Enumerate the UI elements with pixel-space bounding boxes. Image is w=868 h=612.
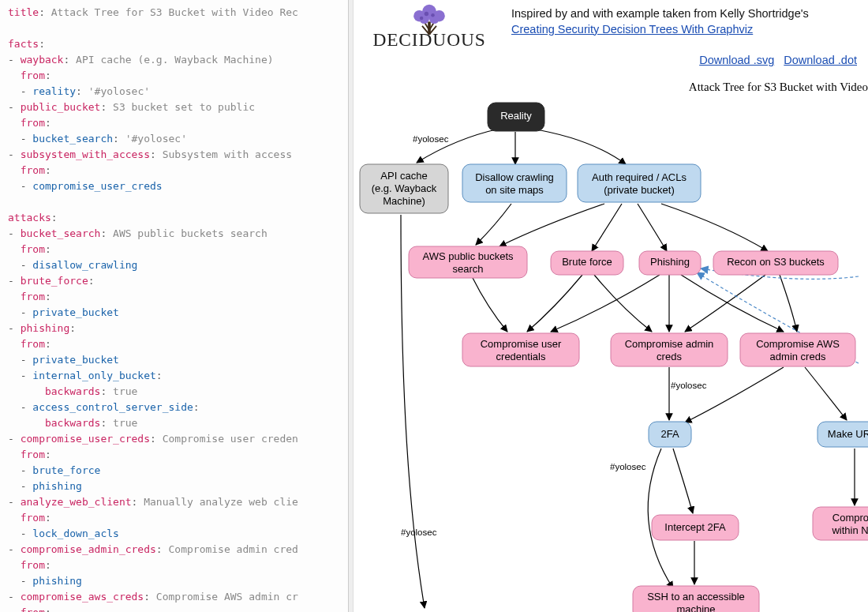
svg-text:search: search: [452, 263, 483, 275]
svg-text:API cache: API cache: [380, 170, 427, 182]
svg-text:Phishing: Phishing: [650, 256, 690, 268]
node-recon[interactable]: Recon on S3 buckets: [713, 251, 838, 275]
svg-text:Auth required / ACLs: Auth required / ACLs: [592, 171, 687, 183]
node-two-fa[interactable]: 2FA: [649, 422, 691, 447]
svg-text:Compromis: Compromis: [832, 512, 868, 524]
svg-text:within N tim: within N tim: [831, 524, 868, 536]
svg-text:Reality: Reality: [500, 110, 532, 122]
node-disallow-crawling[interactable]: Disallow crawling on site maps: [462, 164, 567, 202]
svg-text:#yolosec: #yolosec: [610, 462, 646, 471]
svg-text:#yolosec: #yolosec: [401, 528, 437, 537]
node-reality[interactable]: Reality: [488, 103, 544, 131]
node-intercept-2fa[interactable]: Intercept 2FA: [652, 515, 739, 540]
download-svg-link[interactable]: Download .svg: [699, 54, 774, 66]
node-api-cache[interactable]: API cache (e.g. Wayback Machine): [360, 164, 448, 213]
svg-text:#yolosec: #yolosec: [413, 134, 449, 144]
header: DECIDUOUS Inspired by and with example t…: [354, 0, 868, 58]
node-brute-force[interactable]: Brute force: [551, 251, 623, 275]
svg-text:creds: creds: [657, 351, 682, 362]
node-phishing[interactable]: Phishing: [639, 251, 701, 275]
svg-text:admin creds: admin creds: [770, 351, 826, 362]
download-dot-link[interactable]: Download .dot: [784, 54, 857, 66]
svg-text:Compromise AWS: Compromise AWS: [756, 338, 840, 350]
node-make-url[interactable]: Make URL sh: [817, 422, 868, 447]
svg-text:Disallow crawling: Disallow crawling: [475, 171, 554, 183]
graph-pane: DECIDUOUS Inspired by and with example t…: [354, 0, 868, 612]
svg-text:(e.g. Wayback: (e.g. Wayback: [372, 182, 437, 194]
svg-point-6: [425, 12, 428, 16]
svg-point-7: [431, 13, 435, 17]
svg-text:Make URL sh: Make URL sh: [828, 428, 868, 440]
svg-text:machine: machine: [676, 603, 715, 612]
credit-text: Inspired by and with example taken from …: [511, 6, 809, 37]
svg-text:(private bucket): (private bucket): [604, 184, 675, 196]
node-compromise-aws[interactable]: Compromise AWS admin creds: [740, 333, 855, 366]
svg-text:Intercept 2FA: Intercept 2FA: [664, 521, 726, 533]
yaml-editor[interactable]: title: Attack Tree for S3 Bucket with Vi…: [0, 0, 349, 612]
svg-text:Machine): Machine): [383, 195, 425, 207]
svg-text:Brute force: Brute force: [562, 256, 612, 268]
svg-text:AWS public buckets: AWS public buckets: [422, 250, 514, 262]
svg-point-8: [420, 17, 424, 21]
node-aws-public-search[interactable]: AWS public buckets search: [409, 246, 527, 278]
svg-text:SSH to an accessible: SSH to an accessible: [647, 591, 745, 603]
logo: DECIDUOUS: [358, 3, 500, 53]
svg-text:#yolosec: #yolosec: [671, 381, 707, 390]
svg-text:Compromise user: Compromise user: [481, 338, 562, 350]
node-compromise-admin[interactable]: Compromise admin creds: [611, 333, 728, 366]
svg-text:Recon on S3 buckets: Recon on S3 buckets: [727, 256, 825, 268]
credit-link[interactable]: Creating Security Decision Trees With Gr…: [511, 23, 753, 36]
node-ssh[interactable]: SSH to an accessible machine: [633, 586, 759, 612]
download-links: Download .svg Download .dot: [693, 54, 857, 66]
svg-text:credentials: credentials: [496, 351, 546, 362]
node-auth-required[interactable]: Auth required / ACLs (private bucket): [578, 164, 701, 202]
graph-title: Attack Tree for S3 Bucket with Video: [689, 81, 868, 94]
node-compromise-n[interactable]: Compromis within N tim: [813, 507, 868, 540]
svg-text:Compromise admin: Compromise admin: [625, 338, 714, 350]
svg-text:DECIDUOUS: DECIDUOUS: [372, 29, 485, 50]
svg-text:on site maps: on site maps: [485, 184, 544, 196]
node-compromise-user[interactable]: Compromise user credentials: [462, 333, 579, 366]
svg-text:2FA: 2FA: [660, 428, 679, 440]
